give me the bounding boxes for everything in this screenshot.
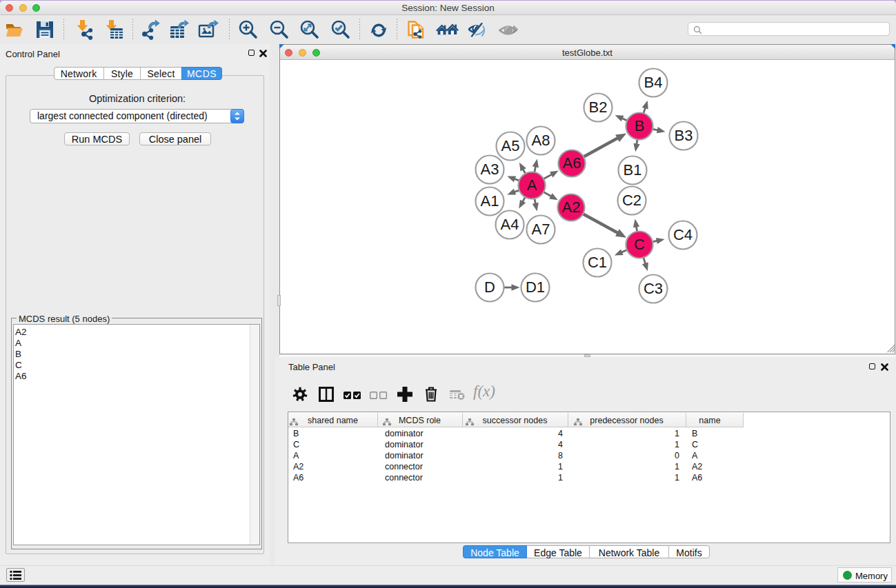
svg-text:A3: A3	[481, 161, 499, 178]
svg-text:B1: B1	[624, 161, 642, 179]
svg-text:B: B	[635, 117, 645, 134]
svg-text:A5: A5	[501, 137, 520, 154]
svg-text:A: A	[527, 176, 537, 194]
svg-text:C2: C2	[622, 192, 641, 209]
svg-text:C3: C3	[644, 280, 663, 297]
svg-text:C4: C4	[673, 226, 693, 243]
svg-text:A2: A2	[562, 199, 581, 216]
svg-text:B2: B2	[589, 99, 608, 116]
svg-text:B4: B4	[644, 74, 663, 91]
svg-text:A7: A7	[532, 221, 550, 238]
svg-text:A4: A4	[501, 216, 519, 233]
svg-text:C1: C1	[588, 254, 607, 271]
svg-text:A1: A1	[481, 192, 499, 210]
svg-text:A6: A6	[563, 154, 581, 172]
svg-text:A8: A8	[532, 132, 550, 149]
svg-text:B3: B3	[675, 127, 693, 144]
svg-text:D1: D1	[526, 278, 545, 296]
svg-text:D: D	[484, 278, 495, 296]
svg-text:C: C	[634, 236, 645, 253]
